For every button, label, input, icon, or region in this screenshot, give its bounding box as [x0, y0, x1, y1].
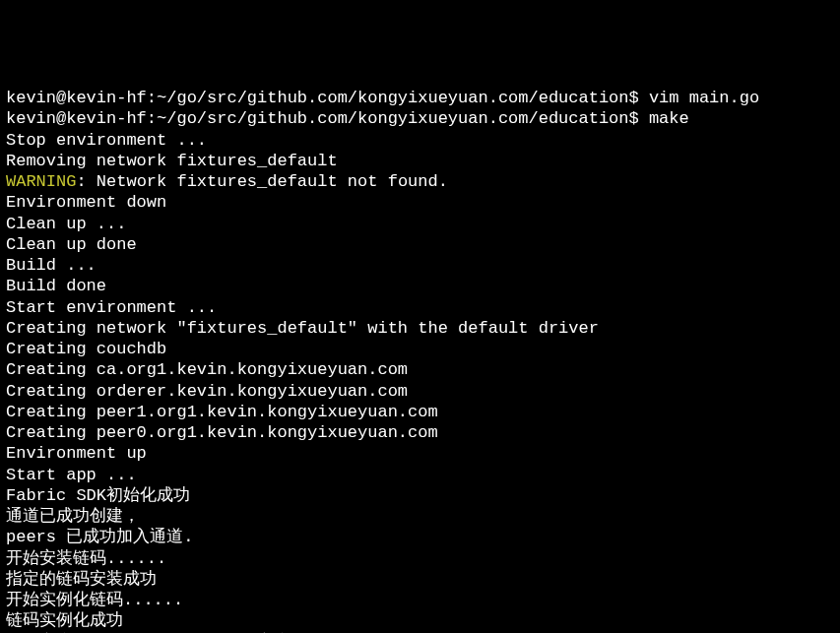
- warning-label: WARNING: [6, 172, 76, 191]
- terminal-line: Removing network fixtures_default: [6, 151, 834, 171]
- output-text: 开始实例化链码......: [6, 591, 183, 609]
- output-text: Creating network "fixtures_default" with…: [6, 319, 599, 338]
- output-text: Clean up ...: [6, 215, 126, 233]
- terminal-line: Start app ...: [6, 465, 834, 485]
- output-text: Creating peer0.org1.kevin.kongyixueyuan.…: [6, 423, 438, 442]
- terminal-line: Creating couchdb: [6, 339, 834, 359]
- terminal[interactable]: kevin@kevin-hf:~/go/src/github.com/kongy…: [6, 88, 834, 633]
- terminal-line: 链码实例化成功: [6, 610, 834, 631]
- output-text: 通道已成功创建，: [6, 507, 140, 526]
- output-text: Build ...: [6, 256, 97, 275]
- output-text: 指定的链码安装成功: [6, 570, 157, 589]
- output-text: Removing network fixtures_default: [6, 152, 338, 170]
- output-text: Fabric SDK初始化成功: [6, 486, 190, 505]
- warning-text: : Network fixtures_default not found.: [76, 172, 447, 191]
- terminal-line: Environment down: [6, 192, 834, 213]
- output-text: Start app ...: [6, 466, 137, 484]
- terminal-line: 指定的链码安装成功: [6, 569, 834, 590]
- terminal-line: WARNING: Network fixtures_default not fo…: [6, 171, 834, 192]
- output-text: peers 已成功加入通道.: [6, 528, 193, 546]
- terminal-line: peers 已成功加入通道.: [6, 527, 834, 547]
- terminal-line: Creating network "fixtures_default" with…: [6, 318, 834, 339]
- terminal-line: 开始安装链码......: [6, 548, 834, 569]
- terminal-line: kevin@kevin-hf:~/go/src/github.com/kongy…: [6, 108, 834, 129]
- output-text: Stop environment ...: [6, 131, 207, 150]
- terminal-line: Fabric SDK初始化成功: [6, 485, 834, 506]
- shell-prompt: kevin@kevin-hf:~/go/src/github.com/kongy…: [6, 89, 649, 107]
- terminal-line: Build done: [6, 276, 834, 296]
- output-text: Build done: [6, 277, 106, 295]
- terminal-line: Stop environment ...: [6, 130, 834, 151]
- terminal-line: kevin@kevin-hf:~/go/src/github.com/kongy…: [6, 88, 834, 108]
- shell-command: make: [649, 109, 689, 128]
- terminal-line: Creating ca.org1.kevin.kongyixueyuan.com: [6, 359, 834, 380]
- terminal-line: Build ...: [6, 255, 834, 276]
- output-text: Creating orderer.kevin.kongyixueyuan.com: [6, 382, 408, 401]
- terminal-line: Creating peer0.org1.kevin.kongyixueyuan.…: [6, 422, 834, 443]
- output-text: Environment down: [6, 193, 166, 212]
- terminal-line: Clean up done: [6, 234, 834, 255]
- shell-command: vim main.go: [649, 89, 759, 107]
- output-text: Creating peer1.org1.kevin.kongyixueyuan.…: [6, 403, 438, 421]
- output-text: Clean up done: [6, 235, 137, 254]
- output-text: Creating couchdb: [6, 340, 166, 358]
- output-text: Start environment ...: [6, 298, 217, 317]
- output-text: 链码实例化成功: [6, 611, 123, 630]
- terminal-line: Start environment ...: [6, 297, 834, 318]
- terminal-line: 通道已成功创建，: [6, 506, 834, 527]
- output-text: Creating ca.org1.kevin.kongyixueyuan.com: [6, 360, 408, 379]
- terminal-line: Environment up: [6, 443, 834, 464]
- terminal-line: Clean up ...: [6, 214, 834, 234]
- terminal-line: Creating orderer.kevin.kongyixueyuan.com: [6, 381, 834, 402]
- output-text: Environment up: [6, 444, 147, 463]
- shell-prompt: kevin@kevin-hf:~/go/src/github.com/kongy…: [6, 109, 649, 128]
- output-text: 开始安装链码......: [6, 549, 166, 568]
- terminal-line: 开始实例化链码......: [6, 590, 834, 610]
- terminal-line: Creating peer1.org1.kevin.kongyixueyuan.…: [6, 402, 834, 422]
